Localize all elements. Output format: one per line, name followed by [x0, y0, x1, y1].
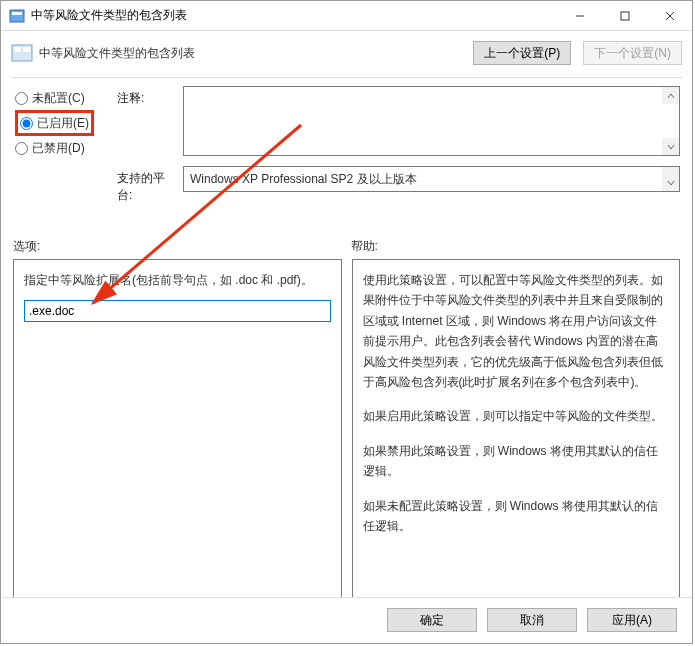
options-label: 选项:: [13, 238, 347, 255]
app-icon: [9, 8, 25, 24]
svg-rect-7: [14, 47, 21, 52]
platform-field: Windows XP Professional SP2 及以上版本: [183, 166, 680, 192]
scroll-down-icon[interactable]: [662, 174, 679, 191]
help-paragraph: 如果禁用此策略设置，则 Windows 将使用其默认的信任逻辑。: [363, 441, 670, 482]
svg-rect-3: [621, 12, 629, 20]
title-text: 中等风险文件类型的包含列表: [31, 7, 557, 24]
help-paragraph: 如果未配置此策略设置，则 Windows 将使用其默认的信任逻辑。: [363, 496, 670, 537]
radio-disabled-input[interactable]: [15, 142, 28, 155]
platform-label: 支持的平台:: [117, 166, 177, 204]
radio-enabled-label: 已启用(E): [37, 115, 89, 132]
extensions-input[interactable]: [24, 300, 331, 322]
radio-disabled-label: 已禁用(D): [32, 140, 85, 157]
radio-not-configured-input[interactable]: [15, 92, 28, 105]
options-panel: 指定中等风险扩展名(包括前导句点，如 .doc 和 .pdf)。: [13, 259, 342, 599]
maximize-button[interactable]: [602, 1, 647, 30]
footer: 确定 取消 应用(A): [2, 597, 691, 642]
comment-textarea[interactable]: [183, 86, 680, 156]
help-paragraph: 使用此策略设置，可以配置中等风险文件类型的列表。如果附件位于中等风险文件类型的列…: [363, 270, 670, 392]
scroll-up-icon[interactable]: [662, 87, 679, 104]
radio-enabled[interactable]: 已启用(E): [20, 111, 89, 135]
help-panel: 使用此策略设置，可以配置中等风险文件类型的列表。如果附件位于中等风险文件类型的列…: [352, 259, 681, 599]
policy-icon: [11, 43, 33, 63]
close-button[interactable]: [647, 1, 692, 30]
platform-text: Windows XP Professional SP2 及以上版本: [190, 171, 417, 188]
minimize-button[interactable]: [557, 1, 602, 30]
cancel-button[interactable]: 取消: [487, 608, 577, 632]
header-title: 中等风险文件类型的包含列表: [39, 45, 473, 62]
svg-rect-8: [23, 47, 30, 52]
help-paragraph: 如果启用此策略设置，则可以指定中等风险的文件类型。: [363, 406, 670, 426]
titlebar: 中等风险文件类型的包含列表: [1, 1, 692, 31]
next-setting-button: 下一个设置(N): [583, 41, 682, 65]
svg-rect-0: [10, 10, 24, 22]
help-label: 帮助:: [347, 238, 681, 255]
scroll-down-icon[interactable]: [662, 138, 679, 155]
apply-button[interactable]: 应用(A): [587, 608, 677, 632]
previous-setting-button[interactable]: 上一个设置(P): [473, 41, 571, 65]
radio-disabled[interactable]: 已禁用(D): [15, 136, 111, 160]
radio-enabled-input[interactable]: [20, 117, 33, 130]
svg-rect-1: [12, 12, 22, 15]
comment-label: 注释:: [117, 86, 177, 156]
radio-not-configured-label: 未配置(C): [32, 90, 85, 107]
ok-button[interactable]: 确定: [387, 608, 477, 632]
radio-not-configured[interactable]: 未配置(C): [15, 86, 111, 110]
options-instruction: 指定中等风险扩展名(包括前导句点，如 .doc 和 .pdf)。: [24, 270, 331, 290]
